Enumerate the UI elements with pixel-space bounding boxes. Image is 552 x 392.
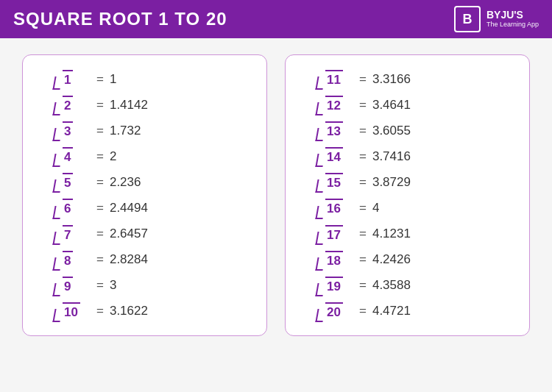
equals-sign: =: [96, 98, 104, 113]
sqrt-expression: 17: [309, 225, 353, 243]
equals-sign: =: [96, 304, 104, 318]
sqrt-row: 14=3.7416: [309, 147, 506, 165]
equals-sign: =: [96, 278, 104, 293]
sqrt-expression: 10: [46, 302, 91, 321]
sqrt-row: 19=4.3588: [309, 277, 506, 295]
sqrt-row: 7=2.6457: [46, 225, 243, 243]
sqrt-expression: 8: [46, 251, 91, 269]
sqrt-value: 3: [110, 278, 116, 293]
sqrt-value: 2.236: [110, 175, 141, 190]
sqrt-row: 9=3: [46, 277, 243, 295]
equals-sign: =: [96, 201, 104, 215]
sqrt-value: 4.1231: [372, 227, 411, 241]
sqrt-expression: 19: [309, 277, 353, 295]
equals-sign: =: [359, 278, 367, 293]
equals-sign: =: [359, 227, 367, 241]
sqrt-expression: 5: [46, 173, 91, 191]
equals-sign: =: [96, 124, 104, 138]
sqrt-row: 2=1.4142: [46, 96, 243, 114]
sqrt-expression: 14: [309, 147, 353, 165]
sqrt-row: 11=3.3166: [309, 70, 506, 88]
sqrt-row: 1=1: [46, 70, 243, 88]
sqrt-row: 6=2.4494: [46, 199, 243, 217]
sqrt-row: 10=3.1622: [46, 302, 243, 321]
sqrt-row: 3=1.732: [46, 121, 243, 140]
logo-name: BYJU'S: [486, 10, 539, 21]
sqrt-value: 3.7416: [372, 149, 411, 164]
sqrt-value: 4: [372, 201, 379, 215]
sqrt-expression: 7: [46, 225, 91, 243]
equals-sign: =: [359, 304, 367, 318]
sqrt-value: 4.3588: [372, 278, 411, 293]
sqrt-expression: 3: [46, 121, 91, 140]
sqrt-row: 18=4.2426: [309, 251, 506, 269]
sqrt-expression: 6: [46, 199, 91, 217]
logo-text: BYJU'S The Learning App: [486, 10, 539, 28]
sqrt-expression: 16: [309, 199, 353, 217]
sqrt-expression: 15: [309, 173, 353, 191]
sqrt-value: 4.2426: [372, 252, 411, 267]
equals-sign: =: [359, 124, 367, 138]
equals-sign: =: [359, 98, 367, 113]
sqrt-row: 20=4.4721: [309, 302, 506, 321]
equals-sign: =: [96, 175, 104, 190]
sqrt-value: 3.4641: [372, 98, 411, 113]
equals-sign: =: [359, 252, 367, 267]
sqrt-expression: 20: [309, 302, 353, 321]
sqrt-row: 13=3.6055: [309, 121, 506, 140]
page-title: SQUARE ROOT 1 TO 20: [13, 9, 227, 29]
sqrt-value: 3.1622: [110, 304, 148, 318]
equals-sign: =: [96, 227, 104, 241]
sqrt-value: 1.4142: [110, 98, 148, 113]
sqrt-value: 4.4721: [372, 304, 411, 318]
logo-tagline: The Learning App: [486, 21, 539, 29]
sqrt-expression: 12: [309, 96, 353, 114]
header: SQUARE ROOT 1 TO 20 B BYJU'S The Learnin…: [0, 0, 552, 38]
sqrt-expression: 13: [309, 121, 353, 140]
equals-sign: =: [96, 72, 104, 87]
sqrt-row: 5=2.236: [46, 173, 243, 191]
sqrt-value: 2.4494: [110, 201, 148, 215]
sqrt-expression: 2: [46, 96, 91, 114]
equals-sign: =: [96, 252, 104, 267]
sqrt-value: 2.6457: [110, 227, 148, 241]
sqrt-expression: 4: [46, 147, 91, 165]
sqrt-row: 16=4: [309, 199, 506, 217]
sqrt-value: 1: [110, 72, 116, 87]
sqrt-row: 17=4.1231: [309, 225, 506, 243]
sqrt-row: 8=2.8284: [46, 251, 243, 269]
sqrt-value: 2.8284: [110, 252, 148, 267]
sqrt-value: 3.6055: [372, 124, 411, 138]
equals-sign: =: [359, 175, 367, 190]
sqrt-value: 3.3166: [372, 72, 411, 87]
sqrt-value: 3.8729: [372, 175, 411, 190]
sqrt-expression: 18: [309, 251, 353, 269]
left-card: 1=12=1.41423=1.7324=25=2.2366=2.44947=2.…: [22, 54, 267, 336]
sqrt-value: 1.732: [110, 124, 141, 138]
sqrt-row: 12=3.4641: [309, 96, 506, 114]
sqrt-row: 15=3.8729: [309, 173, 506, 191]
right-card: 11=3.316612=3.464113=3.605514=3.741615=3…: [285, 54, 530, 336]
logo-area: B BYJU'S The Learning App: [454, 6, 539, 32]
equals-sign: =: [359, 201, 367, 215]
sqrt-expression: 9: [46, 277, 91, 295]
sqrt-value: 2: [110, 149, 116, 164]
logo-icon: B: [454, 6, 481, 32]
equals-sign: =: [96, 149, 104, 164]
sqrt-expression: 1: [46, 70, 91, 88]
sqrt-expression: 11: [309, 70, 353, 88]
main-content: 1=12=1.41423=1.7324=25=2.2366=2.44947=2.…: [0, 38, 552, 352]
sqrt-row: 4=2: [46, 147, 243, 165]
equals-sign: =: [359, 149, 367, 164]
equals-sign: =: [359, 72, 367, 87]
